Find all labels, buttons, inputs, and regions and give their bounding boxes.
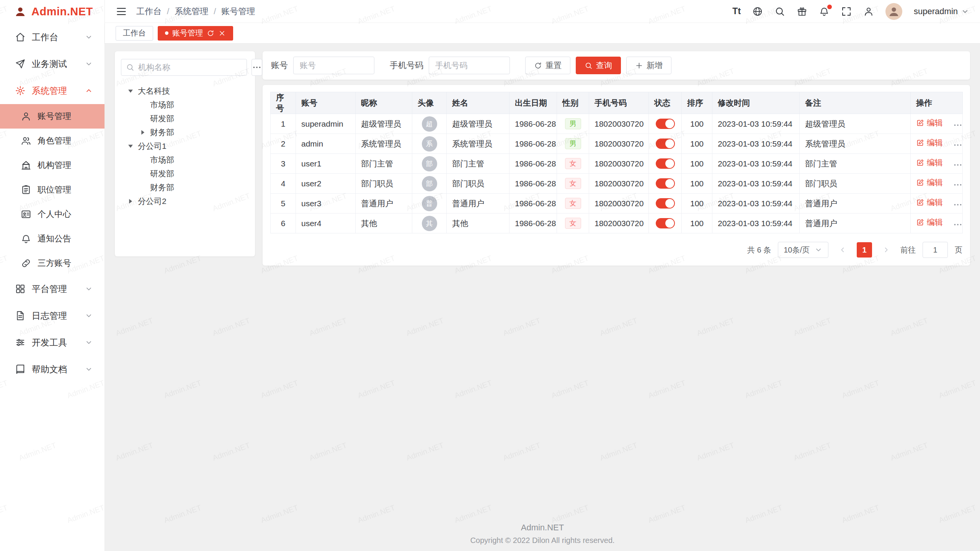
sidebar-item-org-management[interactable]: 机构管理 (0, 153, 105, 178)
more-actions-button[interactable] (953, 120, 963, 130)
sidebar-item-business-test[interactable]: 业务测试 (0, 51, 105, 77)
sidebar-item-role-management[interactable]: 角色管理 (0, 129, 105, 153)
app-logo[interactable]: Admin.NET (0, 0, 105, 23)
page-number-button[interactable]: 1 (857, 242, 872, 258)
sidebar-item-help-docs[interactable]: 帮助文档 (0, 356, 105, 383)
next-page-button[interactable] (879, 243, 893, 257)
tree-node[interactable]: 分公司2 (121, 194, 249, 208)
tab-workbench[interactable]: 工作台 (116, 26, 153, 41)
cell-gender: 男 (557, 114, 589, 134)
globe-icon[interactable] (752, 6, 763, 17)
sidebar-item-account-management[interactable]: 账号管理 (0, 104, 105, 129)
goto-page-input[interactable] (923, 242, 948, 258)
status-toggle[interactable] (656, 178, 675, 189)
status-toggle[interactable] (656, 158, 675, 169)
gender-tag: 女 (565, 218, 581, 229)
tree-node[interactable]: 市场部 (121, 98, 249, 112)
breadcrumb-separator: / (214, 7, 216, 16)
cell-account: admin (296, 134, 356, 154)
prev-page-button[interactable] (835, 243, 850, 257)
more-actions-button[interactable] (953, 200, 963, 210)
tree-node[interactable]: 财务部 (121, 181, 249, 194)
sidebar-item-platform-management[interactable]: 平台管理 (0, 276, 105, 302)
more-actions-button[interactable] (953, 140, 963, 150)
more-actions-button[interactable] (953, 220, 963, 230)
tree-node-label: 分公司1 (138, 141, 167, 152)
edit-button[interactable]: 编辑 (916, 117, 943, 128)
tree-node[interactable]: 财务部 (121, 126, 249, 139)
avatar: 超 (422, 116, 437, 132)
notification-bell-button[interactable] (819, 6, 830, 17)
more-actions-button[interactable] (953, 160, 963, 170)
avatar: 其 (422, 216, 437, 231)
sidebar-item-workbench[interactable]: 工作台 (0, 24, 105, 51)
book-icon (15, 364, 26, 375)
table-row: 2 admin 系统管理员 系 系统管理员 1986-06-28 (271, 134, 963, 154)
add-button[interactable]: 新增 (626, 57, 671, 74)
tab-account-management[interactable]: 账号管理 (158, 26, 233, 41)
sidebar-item-notice[interactable]: 通知公告 (0, 227, 105, 251)
edit-button[interactable]: 编辑 (916, 157, 943, 168)
breadcrumb-item[interactable]: 工作台 (136, 6, 162, 17)
user-icon[interactable] (863, 6, 874, 17)
tree-node[interactable]: 市场部 (121, 153, 249, 167)
sidebar-item-label: 开发工具 (32, 337, 67, 349)
edit-button[interactable]: 编辑 (916, 137, 943, 148)
cell-sort: 100 (682, 174, 712, 194)
status-toggle[interactable] (656, 139, 675, 149)
close-icon[interactable] (218, 29, 226, 37)
search-button[interactable]: 查询 (576, 57, 621, 74)
breadcrumb-item[interactable]: 账号管理 (221, 6, 255, 17)
tree-node[interactable]: 大名科技 (121, 84, 249, 98)
table-row: 6 user4 其他 其 其他 1986-06-28 女 (271, 214, 963, 233)
tree-node[interactable]: 分公司1 (121, 139, 249, 153)
cell-modified: 2023-01-03 10:59:44 (712, 154, 800, 174)
sidebar-item-label: 三方账号 (38, 258, 71, 269)
breadcrumb-item[interactable]: 系统管理 (175, 6, 208, 17)
edit-button[interactable]: 编辑 (916, 217, 943, 228)
col-no: 序号 (271, 92, 296, 114)
sidebar-item-dev-tools[interactable]: 开发工具 (0, 329, 105, 356)
org-search-input[interactable] (138, 63, 242, 72)
refresh-icon[interactable] (207, 29, 214, 37)
page-size-select[interactable]: 10条/页 (778, 242, 828, 258)
edit-button[interactable]: 编辑 (916, 197, 943, 208)
edit-icon (916, 119, 924, 127)
edit-button[interactable]: 编辑 (916, 177, 943, 188)
font-size-icon[interactable]: Tt (732, 6, 741, 16)
more-actions-button[interactable] (953, 180, 963, 190)
avatar[interactable] (885, 3, 902, 20)
caret-icon[interactable] (126, 87, 135, 95)
reset-button[interactable]: 重置 (525, 57, 570, 74)
status-toggle[interactable] (656, 218, 675, 228)
tree-more-button[interactable] (252, 59, 262, 76)
account-input[interactable] (293, 57, 374, 74)
caret-icon[interactable] (126, 142, 135, 150)
table-row: 4 user2 部门职员 部 部门职员 1986-06-28 (271, 174, 963, 194)
tree-node[interactable]: 研发部 (121, 167, 249, 181)
hamburger-menu-icon[interactable] (116, 6, 127, 17)
toggle-knob (665, 199, 674, 208)
gift-icon[interactable] (797, 6, 807, 17)
caret-icon[interactable] (126, 197, 135, 205)
tree-node[interactable]: 研发部 (121, 112, 249, 126)
avatar: 部 (422, 176, 437, 191)
phone-input[interactable] (429, 57, 510, 74)
sidebar-item-system-management[interactable]: 系统管理 (0, 77, 105, 104)
status-toggle[interactable] (656, 119, 675, 129)
caret-icon[interactable] (139, 128, 147, 137)
chevron-down-icon (814, 246, 823, 254)
sidebar-item-log-management[interactable]: 日志管理 (0, 302, 105, 329)
status-toggle[interactable] (656, 198, 675, 209)
fullscreen-icon[interactable] (841, 6, 852, 17)
plus-icon (635, 62, 643, 70)
sidebar-item-position-management[interactable]: 职位管理 (0, 178, 105, 202)
tab-label: 工作台 (123, 28, 146, 38)
edit-icon (916, 218, 924, 227)
cell-status (649, 214, 682, 233)
user-menu[interactable]: superadmin (914, 7, 969, 16)
cell-status (649, 194, 682, 214)
sidebar-item-third-party-account[interactable]: 三方账号 (0, 251, 105, 276)
search-icon[interactable] (774, 6, 785, 17)
sidebar-item-personal-center[interactable]: 个人中心 (0, 202, 105, 227)
